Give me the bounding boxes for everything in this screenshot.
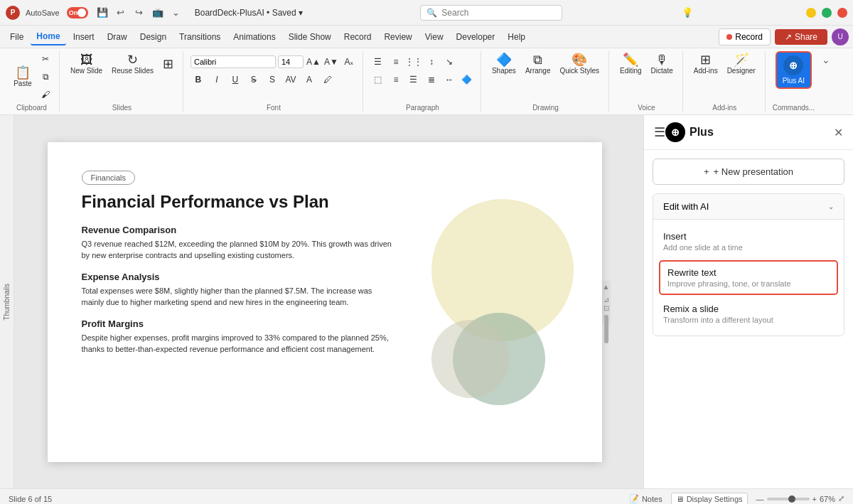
new-slide-button[interactable]: 🖼 New Slide [67, 51, 106, 77]
menu-help[interactable]: Help [502, 29, 531, 45]
direction-button[interactable]: ↘ [441, 54, 457, 70]
strikethrough-button[interactable]: S̶ [246, 72, 262, 87]
zoom-slider[interactable] [767, 498, 810, 500]
ai-option-rewrite[interactable]: Rewrite text Improve phrasing, tone, or … [659, 260, 838, 295]
undo-icon[interactable]: ↩ [114, 6, 128, 20]
record-button[interactable]: Record [719, 28, 771, 45]
arrange-icon: ⧉ [533, 53, 542, 66]
slide-canvas[interactable]: Financials Financial Performance vs Plan… [48, 142, 602, 462]
ai-option-remix[interactable]: Remix a slide Transform into a different… [653, 298, 844, 330]
present-icon[interactable]: 📺 [151, 6, 165, 20]
format-painter-button[interactable]: 🖌 [38, 87, 53, 102]
section-text-0: Q3 revenue reached $12M, exceeding the p… [82, 238, 395, 262]
customize-icon[interactable]: ⌄ [169, 6, 183, 20]
font-color-button[interactable]: A [301, 72, 317, 87]
help-icon[interactable]: 💡 [680, 6, 694, 20]
plus-ai-label: Plus AI [783, 77, 805, 85]
search-bar[interactable]: 🔍 [420, 5, 562, 21]
addins-button[interactable]: ⊞ Add-ins [690, 51, 721, 77]
menu-review[interactable]: Review [378, 29, 417, 45]
numbering-button[interactable]: ≡ [388, 54, 404, 70]
menu-insert[interactable]: Insert [68, 29, 100, 45]
smartart-button[interactable]: 🔷 [459, 72, 475, 87]
slide-scrollbar[interactable]: ▲ ⊿ ⊡ ⊾ [602, 281, 611, 323]
decrease-font-button[interactable]: A▼ [323, 54, 339, 70]
search-input[interactable] [441, 8, 541, 18]
edit-with-ai-header[interactable]: Edit with AI ⌄ [653, 194, 844, 220]
quick-styles-button[interactable]: 🎨 Quick Styles [556, 51, 603, 77]
columns-button[interactable]: ⋮⋮ [406, 54, 422, 70]
ai-panel-close-button[interactable]: ✕ [834, 126, 843, 139]
designer-button[interactable]: 🪄 Designer [724, 51, 759, 77]
scroll-up-button[interactable]: ▲ [603, 284, 610, 291]
arrange-button[interactable]: ⧉ Arrange [522, 51, 554, 77]
redo-icon[interactable]: ↪ [132, 6, 146, 20]
fit-screen-icon[interactable]: ⤢ [838, 494, 844, 503]
share-button[interactable]: ↗ Share [775, 29, 827, 45]
font-size-input[interactable] [278, 55, 304, 68]
minimize-button[interactable] [806, 8, 816, 18]
paste-button[interactable]: 📋 Paste [10, 64, 36, 90]
menu-transitions[interactable]: Transitions [173, 29, 226, 45]
dictate-button[interactable]: 🎙 Dictate [648, 51, 677, 77]
autosave-toggle[interactable]: On [67, 7, 88, 18]
shapes-icon: 🔷 [496, 53, 512, 66]
plus-ai-button[interactable]: ⊕ Plus AI [776, 51, 812, 89]
bullets-button[interactable]: ☰ [370, 54, 386, 70]
italic-button[interactable]: I [209, 72, 225, 87]
share-icon: ↗ [785, 32, 792, 42]
menu-slideshow[interactable]: Slide Show [283, 29, 337, 45]
reuse-slides-button[interactable]: ↻ Reuse Slides [108, 51, 157, 77]
menu-file[interactable]: File [4, 29, 29, 45]
layout-button[interactable]: ⊞ [159, 55, 177, 73]
align-right-button[interactable]: ☰ [406, 72, 422, 87]
menu-home[interactable]: Home [31, 28, 65, 45]
scroll-nav-up[interactable]: ⊿ [603, 296, 610, 304]
zoom-plus-button[interactable]: + [812, 495, 817, 503]
underline-button[interactable]: U [227, 72, 243, 87]
bold-button[interactable]: B [191, 72, 206, 87]
menu-design[interactable]: Design [134, 29, 172, 45]
ai-option-rewrite-desc: Improve phrasing, tone, or translate [667, 279, 830, 288]
ribbon-group-commands: ⊕ Plus AI Commands... [767, 51, 820, 112]
align-center-button[interactable]: ≡ [388, 72, 404, 87]
save-icon[interactable]: 💾 [95, 6, 109, 20]
notes-label: Notes [642, 495, 662, 503]
notes-button[interactable]: 📝 Notes [629, 494, 662, 503]
scroll-thumb[interactable] [604, 315, 608, 343]
ribbon-expand-button[interactable]: ⌄ [822, 51, 830, 112]
editing-button[interactable]: ✏️ Editing [616, 51, 645, 77]
commands-buttons: ⊕ Plus AI [776, 51, 812, 89]
zoom-minus-button[interactable]: — [756, 495, 764, 503]
copy-button[interactable]: ⧉ [38, 69, 53, 85]
plus-ai-icon: ⊕ [783, 55, 803, 75]
menu-draw[interactable]: Draw [102, 29, 133, 45]
highlight-button[interactable]: 🖊 [320, 72, 336, 87]
line-spacing-button[interactable]: ↕ [424, 54, 439, 70]
title-bar-icons: 💾 ↩ ↪ 📺 ⌄ [95, 6, 183, 20]
new-presentation-button[interactable]: + + New presentation [653, 159, 844, 185]
cut-button[interactable]: ✂ [38, 51, 53, 67]
close-button[interactable] [837, 8, 847, 18]
ai-option-insert[interactable]: Insert Add one slide at a time [653, 225, 844, 257]
display-settings-button[interactable]: 🖥 Display Settings [671, 493, 748, 505]
ai-panel-menu-button[interactable]: ☰ [654, 124, 665, 140]
menu-view[interactable]: View [419, 29, 449, 45]
scroll-nav-center[interactable]: ⊡ [603, 305, 610, 312]
shapes-button[interactable]: 🔷 Shapes [488, 51, 520, 77]
align-left-button[interactable]: ⬚ [370, 72, 386, 87]
font-name-input[interactable] [191, 55, 276, 68]
menu-record[interactable]: Record [338, 29, 377, 45]
text-direction-button[interactable]: ↔ [441, 72, 457, 87]
clear-format-button[interactable]: Aₓ [341, 54, 357, 70]
shadow-button[interactable]: S [264, 72, 280, 87]
thumbnails-toggle[interactable]: Thumbnails [0, 115, 14, 488]
title-bar: P AutoSave On 💾 ↩ ↪ 📺 ⌄ BoardDeck-PlusAI… [0, 0, 853, 26]
menu-developer[interactable]: Developer [451, 29, 501, 45]
menu-animations[interactable]: Animations [227, 29, 281, 45]
font-controls: A▲ A▼ Aₓ B I U S̶ S AV A 🖊 [191, 51, 357, 87]
increase-font-button[interactable]: A▲ [306, 54, 321, 70]
char-spacing-button[interactable]: AV [283, 72, 299, 87]
justify-button[interactable]: ≣ [424, 72, 439, 87]
maximize-button[interactable] [822, 8, 832, 18]
